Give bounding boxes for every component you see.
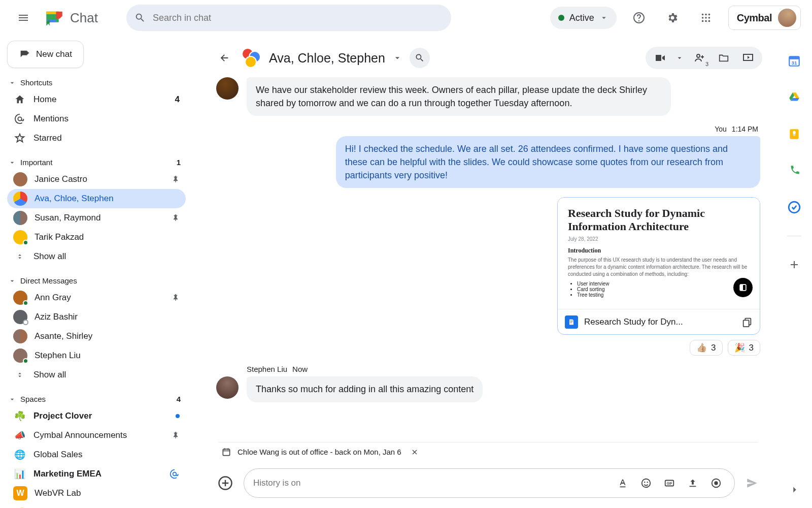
dms-show-all[interactable]: Show all	[7, 365, 186, 385]
important-item-tarik[interactable]: Tarik Pakzad	[7, 228, 186, 247]
send-button[interactable]	[742, 473, 762, 493]
space-marketing-emea[interactable]: 📊 Marketing EMEA	[7, 464, 186, 484]
rail-keep[interactable]	[783, 123, 805, 145]
apps-grid-icon	[700, 12, 712, 23]
svg-point-29	[714, 481, 718, 485]
caret-down-icon	[8, 395, 16, 403]
open-copy-icon[interactable]	[741, 316, 753, 328]
gif-button[interactable]: GIF	[660, 474, 679, 492]
main-menu-button[interactable]	[11, 6, 36, 30]
doc-attachment-card[interactable]: Research Study for Dynamic Information A…	[557, 197, 760, 335]
chevron-down-icon	[599, 13, 608, 22]
space-lit-space[interactable]: 💡 Lit space	[7, 503, 186, 508]
svg-text:GIF: GIF	[667, 482, 672, 485]
space-cymbal-announcements[interactable]: 📣 Cymbal Announcements	[7, 426, 186, 445]
important-item-ava-chloe-stephen[interactable]: Ava, Chloe, Stephen	[7, 189, 186, 208]
shortcut-mentions[interactable]: Mentions	[7, 109, 186, 129]
account-switcher[interactable]: Cymbal	[728, 6, 801, 30]
record-icon	[710, 478, 722, 489]
present-button[interactable]	[736, 47, 760, 69]
compose-input[interactable]	[253, 478, 608, 488]
dm-item-aziz[interactable]: Aziz Bashir	[7, 307, 186, 327]
shortcut-starred[interactable]: Starred	[7, 129, 186, 148]
shortcut-home[interactable]: Home 4	[7, 90, 186, 109]
add-people-button[interactable]: 3	[687, 47, 712, 69]
pin-icon	[172, 431, 180, 439]
pin-icon	[172, 175, 180, 183]
space-emoji: ☘️	[13, 409, 26, 423]
avatar	[13, 291, 27, 305]
section-shortcuts-header[interactable]: Shortcuts	[8, 78, 186, 87]
space-project-clover[interactable]: ☘️ Project Clover	[7, 406, 186, 426]
search-in-conversation-button[interactable]	[410, 48, 430, 68]
space-emoji: 📊	[13, 467, 26, 481]
message-list[interactable]: We have our stakeholder review this week…	[203, 74, 773, 447]
space-global-sales[interactable]: 🌐 Global Sales	[7, 445, 186, 464]
space-webvr-lab[interactable]: W WebVR Lab	[7, 484, 186, 503]
section-dms-header[interactable]: Direct Messages	[8, 276, 186, 285]
dm-item-stephen[interactable]: Stephen Liu	[7, 346, 186, 365]
app-name: Chat	[70, 10, 98, 26]
group-avatar	[13, 192, 27, 206]
pin-icon	[172, 214, 180, 222]
calendar-icon: 31	[788, 54, 801, 68]
important-item-susan-raymond[interactable]: Susan, Raymond	[7, 208, 186, 228]
new-chat-button[interactable]: New chat	[7, 41, 84, 68]
emoji-button[interactable]	[637, 474, 655, 492]
rail-calendar[interactable]: 31	[783, 50, 805, 72]
add-attachment-button[interactable]	[214, 472, 236, 494]
format-button[interactable]	[614, 474, 632, 492]
shared-files-button[interactable]	[712, 47, 736, 69]
search-icon	[134, 12, 146, 23]
app-logo: Chat	[44, 7, 98, 28]
avatar	[13, 172, 27, 186]
settings-button[interactable]	[661, 7, 684, 29]
help-button[interactable]	[628, 7, 650, 29]
reaction-bar: 👍🏼3 🎉3	[216, 340, 760, 356]
reaction-party[interactable]: 🎉3	[728, 340, 760, 356]
svg-point-24	[644, 482, 645, 483]
apps-button[interactable]	[695, 7, 717, 29]
chevron-down-icon[interactable]	[392, 53, 402, 63]
search-input[interactable]	[153, 13, 443, 23]
video-call-button[interactable]	[648, 47, 672, 69]
group-avatar-stack	[242, 48, 262, 68]
ooo-dismiss[interactable]	[411, 448, 419, 456]
reaction-thumbs-up[interactable]: 👍🏼3	[690, 340, 722, 356]
arrow-left-icon	[219, 52, 230, 64]
back-button[interactable]	[214, 48, 234, 68]
rail-add-addon[interactable]	[783, 253, 805, 276]
rail-drive[interactable]	[783, 86, 805, 109]
search-bar[interactable]	[126, 5, 451, 31]
rail-voice[interactable]	[783, 160, 805, 182]
send-icon	[746, 477, 759, 490]
mention-badge-icon	[170, 469, 180, 479]
rail-tasks[interactable]	[783, 196, 805, 218]
message-incoming: We have our stakeholder review this week…	[216, 77, 760, 116]
gif-icon: GIF	[664, 478, 675, 489]
svg-point-2	[705, 14, 707, 16]
svg-point-6	[708, 17, 710, 19]
star-icon	[13, 132, 26, 145]
svg-point-1	[702, 14, 704, 16]
dm-item-ann[interactable]: Ann Gray	[7, 288, 186, 307]
svg-point-15	[697, 54, 700, 57]
section-important-header[interactable]: Important 1	[8, 158, 186, 167]
important-item-janice[interactable]: Janice Castro	[7, 170, 186, 189]
section-spaces-header[interactable]: Spaces 4	[8, 395, 186, 403]
new-chat-label: New chat	[36, 49, 72, 59]
presence-status-button[interactable]: Active	[550, 7, 617, 29]
home-icon	[13, 93, 26, 106]
docs-file-icon	[565, 315, 578, 329]
chevron-down-icon	[675, 54, 684, 62]
tasks-icon	[788, 201, 801, 214]
important-show-all[interactable]: Show all	[7, 247, 186, 266]
video-options-button[interactable]	[672, 47, 687, 69]
upload-button[interactable]	[684, 474, 702, 492]
pin-icon	[172, 294, 180, 302]
rail-expand[interactable]	[784, 479, 806, 501]
dm-item-asante-shirley[interactable]: Asante, Shirley	[7, 327, 186, 346]
compose-box[interactable]: GIF	[244, 468, 735, 498]
video-message-button[interactable]	[707, 474, 725, 492]
svg-point-9	[708, 20, 710, 22]
